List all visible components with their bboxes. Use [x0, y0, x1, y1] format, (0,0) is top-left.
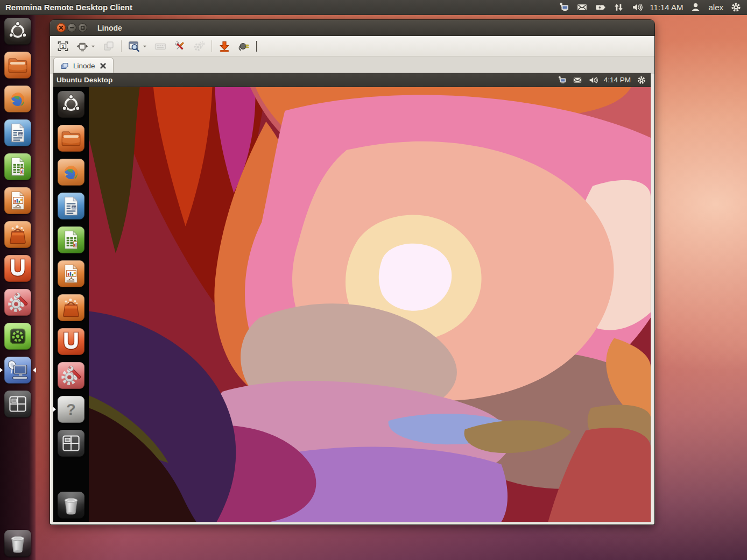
launcher-item-libreoffice-writer[interactable] — [58, 193, 84, 219]
remote-unity-launcher — [53, 87, 89, 522]
host-top-panel: Remmina Remote Desktop Client 11:14 AMal… — [0, 0, 747, 15]
launcher-item-ubuntu-software-center[interactable] — [58, 294, 84, 321]
window-maximize-button[interactable] — [78, 23, 87, 32]
tray-mail-icon[interactable] — [573, 75, 582, 85]
launcher-item-libreoffice-writer[interactable] — [4, 119, 31, 146]
remote-top-panel: Ubuntu Desktop 4:14 PM — [53, 73, 651, 87]
launcher-item-ubuntu-green-app[interactable] — [4, 323, 31, 350]
launcher-item-firefox[interactable] — [58, 159, 84, 186]
tray-gear-icon[interactable] — [637, 75, 646, 85]
tray-clock[interactable]: 4:14 PM — [604, 76, 631, 84]
host-indicator-tray: 11:14 AMalex — [558, 2, 747, 13]
disconnect-button[interactable] — [235, 39, 252, 54]
settings-gears-button — [191, 39, 208, 54]
tab-close-button[interactable] — [100, 62, 107, 69]
tray-clock[interactable]: 11:14 AM — [650, 3, 683, 12]
tray-username[interactable]: alex — [708, 3, 723, 12]
tray-gear-icon[interactable] — [730, 2, 742, 13]
fullscreen-button[interactable] — [54, 39, 72, 54]
launcher-item-libreoffice-impress[interactable] — [58, 260, 84, 287]
tray-sound-icon[interactable] — [631, 2, 643, 13]
remote-wallpaper — [89, 87, 651, 522]
launcher-item-dash-home[interactable] — [58, 91, 84, 118]
remote-indicator-tray: 4:14 PM — [557, 75, 651, 85]
tray-user-icon[interactable] — [690, 2, 701, 13]
connection-tabbar: Linode — [50, 56, 654, 74]
window-title: Linode — [97, 24, 122, 32]
launcher-item-libreoffice-calc[interactable] — [4, 153, 31, 180]
remmina-window: Linode Linode — [50, 20, 654, 524]
launcher-item-trash[interactable] — [4, 530, 31, 557]
running-indicator-arrow — [0, 367, 3, 373]
tray-remmina-icon[interactable] — [558, 2, 569, 13]
launcher-item-system-settings[interactable] — [58, 362, 84, 389]
scaled-mode-button[interactable] — [125, 39, 150, 54]
tray-battery-icon[interactable] — [595, 2, 606, 13]
launcher-item-trash[interactable] — [58, 492, 84, 519]
tab-linode[interactable]: Linode — [53, 58, 114, 74]
launcher-item-libreoffice-impress[interactable] — [4, 187, 31, 214]
fit-window-button[interactable] — [74, 39, 98, 54]
remote-menubar-label: Ubuntu Desktop — [57, 76, 112, 84]
remote-desktop-viewport[interactable]: Ubuntu Desktop 4:14 PM — [53, 73, 651, 522]
preferences-tools-button[interactable] — [171, 39, 188, 54]
launcher-item-firefox[interactable] — [4, 86, 31, 112]
launcher-item-remmina[interactable] — [4, 357, 31, 384]
launcher-item-ubuntu-one[interactable] — [4, 255, 31, 282]
launcher-item-home-folder[interactable] — [58, 125, 84, 152]
launcher-item-ubuntu-one[interactable] — [58, 328, 84, 355]
window-titlebar[interactable]: Linode — [50, 20, 654, 36]
remmina-toolbar — [50, 36, 654, 56]
tray-updown-icon[interactable] — [613, 2, 624, 13]
launcher-item-ubuntu-software-center[interactable] — [4, 221, 31, 248]
toolbar-separator — [212, 40, 212, 52]
tab-remote-icon — [60, 62, 69, 70]
tray-sound-icon[interactable] — [588, 75, 598, 85]
duplicate-connection-button — [100, 39, 117, 54]
launcher-item-workspace-switcher[interactable] — [58, 430, 84, 457]
launcher-item-system-settings[interactable] — [4, 289, 31, 316]
toolbar-handle — [256, 41, 257, 52]
launcher-item-libreoffice-calc[interactable] — [58, 226, 84, 253]
launcher-item-unknown-app[interactable] — [58, 396, 84, 423]
launcher-item-dash-home[interactable] — [4, 18, 31, 45]
minimize-to-tray-button[interactable] — [216, 39, 233, 54]
launcher-item-workspace-switcher[interactable] — [4, 391, 31, 417]
tray-remmina-icon[interactable] — [557, 75, 567, 85]
window-minimize-button[interactable] — [67, 23, 76, 32]
grab-keyboard-button — [152, 39, 169, 54]
app-title: Remmina Remote Desktop Client — [5, 3, 132, 12]
running-indicator-arrow — [53, 407, 56, 412]
launcher-item-home-folder[interactable] — [4, 52, 31, 79]
tray-mail-icon[interactable] — [576, 2, 588, 13]
focused-indicator-arrow — [33, 367, 36, 373]
window-close-button[interactable] — [57, 23, 66, 32]
toolbar-separator — [121, 40, 122, 52]
tab-label: Linode — [73, 62, 95, 70]
host-unity-launcher — [0, 15, 36, 560]
